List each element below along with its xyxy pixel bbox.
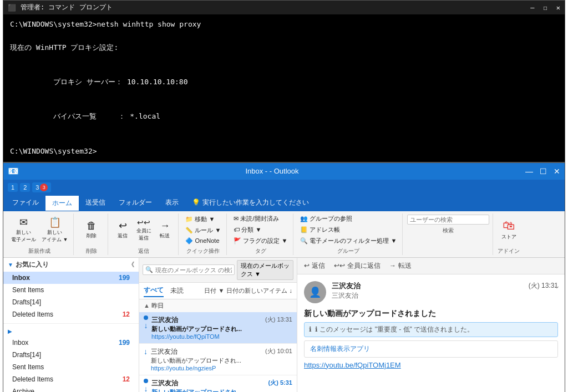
deleted-badge: 12 xyxy=(123,310,130,318)
sidebar-item2-drafts[interactable]: Drafts[14] xyxy=(3,349,139,361)
email1-time: (火) 13:31 xyxy=(265,315,292,324)
sidebar: ▼ お気に入り 《 Inbox 199 Sent Items Drafts[14… xyxy=(3,258,139,392)
unread-btn[interactable]: ✉ 未読/開封済み xyxy=(231,213,281,224)
qa-item-1[interactable]: 1 xyxy=(8,183,18,192)
email-item-2[interactable]: ↓ 三沢友治 新しい動画がアップロードされ... https://youtu.b… xyxy=(139,344,297,375)
quick-access-toolbar: 1 2 33 xyxy=(3,180,565,195)
tab-home[interactable]: ホーム xyxy=(45,196,79,211)
sidebar-item2-archive[interactable]: Archive xyxy=(3,385,139,392)
email2-body: 三沢友治 新しい動画がアップロードされ... https://youtu.be/… xyxy=(151,347,262,371)
ribbon-tabs: ファイル ホーム 送受信 フォルダー 表示 💡 実行したい作業を入力してください xyxy=(3,195,565,211)
email-search-input[interactable] xyxy=(155,267,232,273)
user-search-input[interactable] xyxy=(407,215,489,225)
email-link[interactable]: https://youtu.be/fQpiTOMj1EM xyxy=(304,361,558,369)
email-to: 三沢友治 xyxy=(332,291,523,301)
sidebar-item-deleted[interactable]: Deleted Items 12 xyxy=(3,308,139,320)
email-search-box[interactable]: 🔍 xyxy=(143,264,235,275)
tab-send-receive[interactable]: 送受信 xyxy=(79,195,112,211)
cmd-proxy-label: プロキシ サーバー： xyxy=(45,78,123,86)
reply-all-btn[interactable]: ↩↩ 全員に返信 xyxy=(134,217,154,243)
sidebar-collapse-btn[interactable]: 《 xyxy=(128,261,134,269)
filter-unread[interactable]: 未読 xyxy=(170,285,184,297)
info-icon: ℹ xyxy=(309,325,312,333)
sidebar-item2-deleted[interactable]: Deleted Items 12 xyxy=(3,373,139,385)
browse-groups-btn[interactable]: 👥 グループの参照 xyxy=(298,213,354,224)
store-btn[interactable]: 🛍 ストア xyxy=(499,217,519,242)
outlook-close-btn[interactable]: ✕ xyxy=(554,167,560,176)
new-items-btn[interactable]: 📋 新しいアイテム ▼ xyxy=(39,215,70,245)
lightbulb-icon: 💡 xyxy=(192,198,200,206)
email-filter-btn[interactable]: 🔍 電子メールのフィルター処理 ▼ xyxy=(298,236,399,246)
email-item-3[interactable]: ↓ 三沢友治 新しい動画がアップロードされ... https://youtu.b… xyxy=(139,375,297,392)
new-email-btn[interactable]: ✉ 新しい電子メール xyxy=(9,215,38,245)
address-book-btn[interactable]: 📒 アドレス帳 xyxy=(298,225,342,235)
ribbon-content: ✉ 新しい電子メール 📋 新しいアイテム ▼ 新規作成 🗑 xyxy=(3,211,565,258)
cmd-minimize-btn[interactable]: — xyxy=(530,4,534,12)
sidebar-item-inbox[interactable]: Inbox 199 xyxy=(3,272,139,284)
search-icon: 🔍 xyxy=(145,266,153,273)
sidebar-item-drafts[interactable]: Drafts[14] xyxy=(3,296,139,308)
classify-btn[interactable]: 🏷 分類 ▼ xyxy=(231,225,263,235)
ribbon-group-delete: 🗑 削除 削除 xyxy=(75,213,108,255)
date-group-yesterday: ▲ 昨日 xyxy=(139,299,297,312)
tab-file[interactable]: ファイル xyxy=(6,195,45,211)
email-item-1[interactable]: ↓ 三沢友治 新しい動画がアップロードされ... https://youtu.b… xyxy=(139,312,297,344)
business-card-app[interactable]: 名刺情報表示アプリ xyxy=(304,340,558,358)
drafts2-label: Drafts[14] xyxy=(12,351,41,359)
cmd-bypass-value: *.local xyxy=(125,112,160,120)
onenote-btn[interactable]: 🔷 OneNote xyxy=(183,236,221,246)
forward-btn[interactable]: → 転送 xyxy=(155,219,175,241)
outlook-maximize-btn[interactable]: ☐ xyxy=(540,167,547,176)
delete-group-label: 削除 xyxy=(86,247,97,255)
mailbox-selector[interactable]: 現在のメールボックス ▼ xyxy=(237,260,293,280)
archive-label: Archive xyxy=(12,388,34,392)
rules-btn[interactable]: 📏 ルール ▼ xyxy=(183,225,223,236)
forward-icon: → xyxy=(160,220,170,232)
delete-icon: 🗑 xyxy=(87,220,97,232)
flag-btn[interactable]: 🚩 フラグの設定 ▼ xyxy=(231,236,290,246)
outlook-window-controls[interactable]: — ☐ ✕ xyxy=(525,167,560,176)
adoin-buttons: 🛍 ストア xyxy=(499,213,519,246)
outlook-minimize-btn[interactable]: — xyxy=(525,167,533,176)
qa-item-2[interactable]: 2 xyxy=(20,183,30,192)
filter-all[interactable]: すべて xyxy=(144,284,164,297)
expand-btn[interactable]: ⌄ xyxy=(554,281,560,290)
email1-preview: https://youtu.be/fQpiTOM xyxy=(151,333,262,340)
sidebar-item2-inbox[interactable]: Inbox 199 xyxy=(3,337,139,349)
reading-content: 👤 三沢友治 三沢友治 (火) 13:31 ⌄ 新しい動画がアップロードされまし… xyxy=(297,274,565,392)
reply-btn[interactable]: ↩ 返信 xyxy=(113,218,133,241)
email3-time: (火) 5:31 xyxy=(268,379,292,387)
section2-header[interactable]: ▶ xyxy=(3,326,139,337)
cmd-maximize-btn[interactable]: ☐ xyxy=(544,4,547,12)
tab-folder[interactable]: フォルダー xyxy=(112,195,159,211)
adoin-group-label: アドイン xyxy=(498,247,520,255)
filter-sort[interactable]: 日付 ▼ 日付の新しいアイテム ↓ xyxy=(204,287,292,295)
cmd-prompt: C:\WINDOWS\system32> xyxy=(10,146,558,157)
cmd-close-btn[interactable]: ✕ xyxy=(556,4,560,12)
email-meta: 三沢友治 三沢友治 xyxy=(332,281,523,301)
tab-view[interactable]: 表示 xyxy=(159,195,185,211)
cmd-line5 xyxy=(10,134,558,146)
email-list-filters: すべて 未読 日付 ▼ 日付の新しいアイテム ↓ xyxy=(139,283,297,299)
reply-all-icon: ↩↩ xyxy=(137,218,150,227)
email3-body: 三沢友治 新しい動画がアップロードされ... https://youtu.be/… xyxy=(151,379,265,392)
tab-search-box[interactable]: 💡 実行したい作業を入力してください xyxy=(185,195,316,211)
ribbon-group-search: 検索 xyxy=(404,213,493,255)
cmd-proxy-value: 10.10.10.10:80 xyxy=(123,78,187,86)
sidebar-item2-sent[interactable]: Sent Items xyxy=(3,361,139,373)
reading-reply-btn[interactable]: ↩ 返信 xyxy=(302,260,327,272)
reading-forward-btn[interactable]: → 転送 xyxy=(387,260,414,272)
email-list-header: 🔍 現在のメールボックス ▼ xyxy=(139,258,297,283)
email1-body: 三沢友治 新しい動画がアップロードされ... https://youtu.be/… xyxy=(151,315,262,340)
reading-reply-all-btn[interactable]: ↩↩ 全員に返信 xyxy=(332,260,383,272)
groups-group-label: グループ xyxy=(337,247,359,255)
email-subject: 新しい動画がアップロードされました xyxy=(304,309,558,319)
sidebar-item-sent[interactable]: Sent Items xyxy=(3,284,139,296)
move-btn[interactable]: 📁 移動 ▼ xyxy=(183,214,217,225)
email3-unread-dot xyxy=(144,379,148,383)
favorites-section[interactable]: ▼ お気に入り 《 xyxy=(3,258,139,272)
cmd-proxy-server: プロキシ サーバー： 10.10.10.10:80 xyxy=(10,65,558,99)
qa-item-3[interactable]: 33 xyxy=(32,182,51,192)
cmd-icon: ⬛ xyxy=(8,4,16,12)
delete-btn[interactable]: 🗑 削除 xyxy=(82,219,102,241)
